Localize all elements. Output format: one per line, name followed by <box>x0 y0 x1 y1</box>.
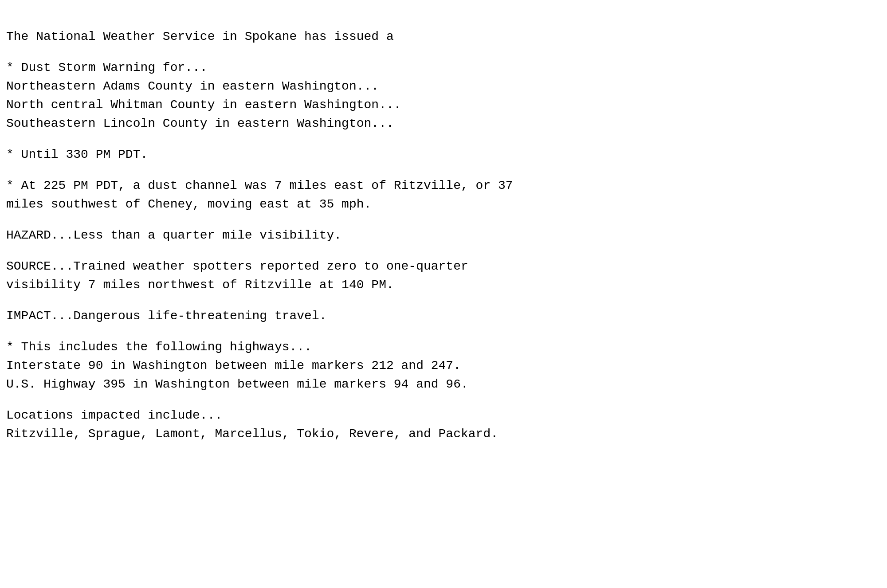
text-line: HAZARD...Less than a quarter mile visibi… <box>6 226 881 245</box>
paragraph-until: * Until 330 PM PDT. <box>6 145 881 164</box>
text-line: miles southwest of Cheney, moving east a… <box>6 195 881 214</box>
text-line: Locations impacted include... <box>6 406 881 425</box>
paragraph-highways: * This includes the following highways..… <box>6 338 881 394</box>
paragraph-impact: IMPACT...Dangerous life-threatening trav… <box>6 307 881 325</box>
text-line: SOURCE...Trained weather spotters report… <box>6 257 881 276</box>
paragraph-hazard: HAZARD...Less than a quarter mile visibi… <box>6 226 881 245</box>
document-body: The National Weather Service in Spokane … <box>6 9 881 443</box>
text-line: visibility 7 miles northwest of Ritzvill… <box>6 276 881 294</box>
text-line: * This includes the following highways..… <box>6 338 881 357</box>
text-line: Northeastern Adams County in eastern Was… <box>6 77 881 96</box>
text-line: Ritzville, Sprague, Lamont, Marcellus, T… <box>6 425 881 443</box>
text-line: * Dust Storm Warning for... <box>6 59 881 77</box>
text-line: * At 225 PM PDT, a dust channel was 7 mi… <box>6 176 881 195</box>
paragraph-source: SOURCE...Trained weather spotters report… <box>6 257 881 294</box>
paragraph-locations: Locations impacted include...Ritzville, … <box>6 406 881 443</box>
paragraph-warning-for: * Dust Storm Warning for...Northeastern … <box>6 59 881 133</box>
text-line: Southeastern Lincoln County in eastern W… <box>6 114 881 133</box>
paragraph-intro: The National Weather Service in Spokane … <box>6 27 881 46</box>
text-line: IMPACT...Dangerous life-threatening trav… <box>6 307 881 325</box>
text-line: Interstate 90 in Washington between mile… <box>6 357 881 375</box>
text-line: The National Weather Service in Spokane … <box>6 27 881 46</box>
text-line: North central Whitman County in eastern … <box>6 96 881 114</box>
paragraph-at-time: * At 225 PM PDT, a dust channel was 7 mi… <box>6 176 881 214</box>
text-line: * Until 330 PM PDT. <box>6 145 881 164</box>
text-line: U.S. Highway 395 in Washington between m… <box>6 375 881 394</box>
